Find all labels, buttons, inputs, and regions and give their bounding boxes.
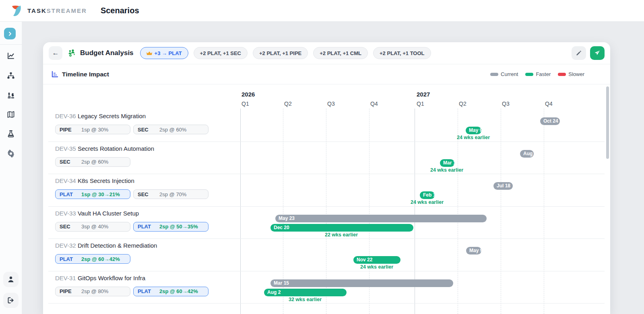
allocation-badge-sec[interactable]: SEC2sp @ 60% bbox=[55, 157, 130, 167]
scrollbar-thumb[interactable] bbox=[606, 86, 609, 159]
header-actions bbox=[572, 46, 605, 60]
top-bar: TASKSTREAMER Scenarios bbox=[0, 0, 644, 22]
send-button[interactable] bbox=[590, 46, 605, 60]
task-label: DEV-35 Secrets Rotation Automation bbox=[55, 145, 154, 152]
weeks-earlier-note: 32 wks earlier bbox=[289, 297, 322, 302]
gantt-bar-faster[interactable]: Mar 13 bbox=[440, 159, 454, 167]
allocation-badge-plat[interactable]: PLAT1sp @ 30→21% bbox=[55, 189, 130, 199]
gantt-bar-faster[interactable]: Nov 22 bbox=[353, 256, 400, 264]
badge-value: 1sp @ 30→21% bbox=[81, 191, 120, 197]
weeks-earlier-note: 24 wks earlier bbox=[457, 135, 490, 140]
task-name: Legacy Secrets Migration bbox=[78, 113, 146, 119]
badge-code: PLAT bbox=[60, 191, 81, 197]
badge-value: 2sp @ 50→35% bbox=[159, 224, 198, 230]
quarter-label: Q3 bbox=[327, 101, 335, 107]
gantt-row-dev-35: DEV-35 Secrets Rotation AutomationSEC2sp… bbox=[48, 142, 605, 174]
badge-code: SEC bbox=[138, 191, 159, 197]
quarter-label: Q3 bbox=[502, 101, 510, 107]
task-label: DEV-36 Legacy Secrets Migration bbox=[55, 113, 146, 119]
gantt-row-dev-33: DEV-33 Vault HA Cluster SetupSEC3sp @ 40… bbox=[48, 207, 605, 239]
badge-value: 2sp @ 60% bbox=[159, 127, 186, 133]
gantt-bar-current[interactable]: Oct 24 bbox=[540, 117, 560, 125]
allocation-badge-sec[interactable]: SEC2sp @ 60% bbox=[133, 125, 208, 134]
badge-code: PIPE bbox=[60, 288, 81, 294]
scenario-chip-4[interactable]: +2 PLAT, +1 TOOL bbox=[373, 47, 431, 59]
weeks-earlier-note: 22 wks earlier bbox=[325, 232, 358, 238]
badge-value: 2sp @ 60% bbox=[81, 159, 108, 165]
gantt-row-dev-31: DEV-31 GitOps Workflow for InfraPIPE2sp … bbox=[48, 271, 605, 304]
allocation-badge-plat[interactable]: PLAT2sp @ 60→42% bbox=[55, 254, 130, 264]
task-label: DEV-32 Drift Detection & Remediation bbox=[55, 242, 157, 249]
weeks-earlier-note: 24 wks earlier bbox=[360, 264, 393, 270]
badge-code: PLAT bbox=[138, 224, 159, 230]
allocation-badge-pipe[interactable]: PIPE2sp @ 80% bbox=[55, 287, 130, 296]
sidebar-divider bbox=[0, 44, 22, 45]
weeks-earlier-note: 24 wks earlier bbox=[430, 167, 463, 173]
logout-icon bbox=[7, 296, 15, 304]
scenario-title: Budget Analysis bbox=[80, 49, 134, 57]
legend: CurrentFasterSlower bbox=[490, 71, 584, 77]
sidebar-item-analytics[interactable] bbox=[6, 51, 16, 61]
chip-label: +2 PLAT, +1 TOOL bbox=[380, 50, 425, 56]
scenario-header: ← Budget Analysis +3 → PLAT+2 PLAT, +1 S… bbox=[43, 42, 610, 64]
allocation-badge-sec[interactable]: SEC3sp @ 40% bbox=[55, 222, 130, 232]
sidebar-item-map[interactable] bbox=[6, 109, 16, 120]
sidebar-expand-button[interactable] bbox=[4, 28, 16, 39]
scenario-chip-1[interactable]: +2 PLAT, +1 SEC bbox=[194, 47, 248, 59]
allocation-badge-sec[interactable]: SEC2sp @ 70% bbox=[133, 189, 208, 199]
badge-value: 2sp @ 60→42% bbox=[81, 256, 120, 262]
scenario-chip-3[interactable]: +2 PLAT, +1 CML bbox=[313, 47, 368, 59]
chart-section-icon bbox=[51, 71, 58, 78]
sidebar-item-hierarchy[interactable] bbox=[6, 70, 16, 81]
gantt-bar-current[interactable]: Jul 18 bbox=[493, 182, 513, 190]
gantt-bar-faster[interactable]: Feb 1 bbox=[420, 191, 435, 199]
task-key: DEV-36 bbox=[55, 113, 78, 119]
user-icon bbox=[7, 275, 15, 283]
sidebar-item-experiments[interactable] bbox=[6, 129, 16, 139]
legend-label: Faster bbox=[536, 71, 551, 77]
task-label: DEV-31 GitOps Workflow for Infra bbox=[55, 275, 145, 281]
gantt-bar-faster[interactable]: Dec 20 bbox=[270, 224, 413, 232]
allocation-badge-pipe[interactable]: PIPE1sp @ 30% bbox=[55, 125, 130, 134]
chess-icon bbox=[7, 91, 15, 99]
edit-button[interactable] bbox=[572, 46, 586, 60]
badge-code: SEC bbox=[60, 224, 81, 230]
gantt-bar-current[interactable]: Mar 15 bbox=[270, 279, 453, 287]
weeks-earlier-note: 24 wks earlier bbox=[411, 199, 444, 205]
gantt-bar-current[interactable]: Aug 28 bbox=[520, 150, 534, 158]
scenario-chip-2[interactable]: +2 PLAT, +1 PIPE bbox=[253, 47, 308, 59]
legend-label: Slower bbox=[568, 71, 584, 77]
legend-swatch-icon bbox=[490, 73, 498, 76]
gantt-row-dev-34: DEV-34 K8s Secrets InjectionPLAT1sp @ 30… bbox=[48, 174, 605, 207]
sidebar-item-settings[interactable] bbox=[6, 148, 16, 159]
badge-code: PLAT bbox=[60, 256, 81, 262]
badge-code: PIPE bbox=[60, 127, 81, 133]
gantt-bar-faster[interactable]: May 9 bbox=[466, 127, 481, 134]
gantt-row-dev-32: DEV-32 Drift Detection & RemediationPLAT… bbox=[48, 239, 605, 271]
task-name: Drift Detection & Remediation bbox=[78, 242, 157, 249]
gantt-bar-current[interactable]: May 9 bbox=[466, 247, 481, 254]
legend-label: Current bbox=[501, 71, 518, 77]
allocation-badge-plat[interactable]: PLAT2sp @ 60→42% bbox=[133, 287, 208, 296]
scenario-chip-0[interactable]: +3 → PLAT bbox=[140, 47, 188, 59]
timeline-impact-header: Timeline Impact CurrentFasterSlower bbox=[43, 64, 610, 84]
brand: TASKSTREAMER bbox=[27, 7, 87, 14]
gantt-bar-current[interactable]: May 23 bbox=[275, 215, 487, 222]
badge-value: 2sp @ 80% bbox=[81, 288, 108, 294]
quarter-label: Q1 bbox=[242, 101, 249, 107]
crown-icon bbox=[147, 51, 152, 55]
quarter-label: Q1 bbox=[417, 101, 424, 107]
hierarchy-icon bbox=[7, 72, 15, 80]
quarter-label: Q4 bbox=[545, 101, 553, 107]
screen: TASKSTREAMER Scenarios bbox=[0, 0, 644, 314]
sidebar-item-strategy[interactable] bbox=[6, 90, 16, 101]
year-label-2026: 2026 bbox=[242, 91, 255, 98]
sidebar-user-button[interactable] bbox=[3, 272, 19, 287]
legend-swatch-icon bbox=[558, 73, 566, 76]
gantt-bar-faster[interactable]: Aug 2 bbox=[264, 289, 347, 296]
back-button[interactable]: ← bbox=[49, 46, 62, 60]
paper-plane-icon bbox=[594, 50, 601, 56]
allocation-badge-plat[interactable]: PLAT2sp @ 50→35% bbox=[133, 222, 208, 232]
sidebar-logout-button[interactable] bbox=[3, 293, 19, 308]
task-name: Vault HA Cluster Setup bbox=[78, 210, 139, 217]
